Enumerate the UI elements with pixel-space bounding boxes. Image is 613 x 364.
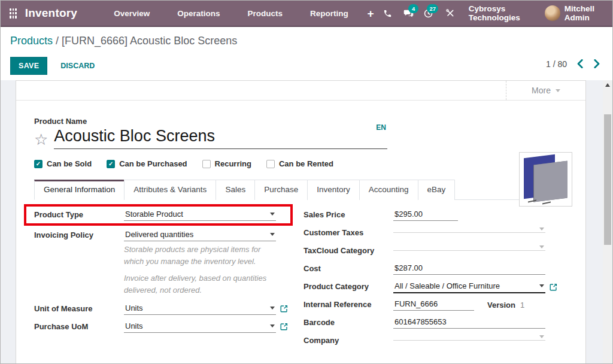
checkbox-icon: [34, 160, 43, 168]
chevron-down-icon: [539, 284, 544, 287]
checkbox-icon: [107, 160, 115, 168]
chevron-down-icon: [270, 324, 275, 327]
control-panel: Products / [FURN_6666] Acoustic Bloc Scr…: [1, 27, 612, 80]
customer-taxes-select[interactable]: [393, 227, 545, 233]
messages-badge: 4: [408, 4, 418, 13]
tab-purchase[interactable]: Purchase: [254, 180, 308, 200]
product-name-value: Acoustic Bloc Screens: [54, 127, 215, 145]
cost-input[interactable]: $287.00: [393, 263, 545, 275]
barcode-label: Barcode: [304, 317, 393, 327]
chevron-down-icon: [539, 335, 544, 338]
product-category-select[interactable]: All / Saleable / Office Furniture: [393, 281, 545, 293]
version-label: Version: [487, 301, 515, 310]
gray-screen-shape: [534, 161, 568, 202]
invoicing-policy-select[interactable]: Delivered quantities: [124, 229, 276, 241]
product-name-input[interactable]: Acoustic Bloc Screens EN: [54, 127, 387, 149]
apps-grid-icon[interactable]: [10, 8, 17, 19]
scrollbar-thumb[interactable]: [604, 114, 611, 245]
chevron-down-icon: [270, 213, 275, 216]
voip-button[interactable]: [382, 4, 394, 22]
purchase-uom-label: Purchase UoM: [34, 321, 124, 331]
checkbox-can-be-rented[interactable]: Can be Rented: [266, 159, 333, 168]
tab-accounting[interactable]: Accounting: [359, 180, 418, 200]
breadcrumb-current: / [FURN_6666] Acoustic Bloc Screens: [53, 35, 237, 47]
internal-reference-input[interactable]: FURN_6666: [393, 299, 474, 311]
general-info-left-column: Product Type Storable Product Invoicing …: [34, 209, 292, 353]
company-switcher[interactable]: Cybrosys Technologies: [469, 4, 532, 22]
uom-label: Unit of Measure: [34, 303, 124, 313]
company-select[interactable]: [393, 335, 545, 341]
tab-general-information[interactable]: General Information: [34, 180, 125, 200]
messages-button[interactable]: 4: [402, 4, 415, 22]
plus-icon: +: [368, 8, 374, 19]
breadcrumb-products-link[interactable]: Products: [10, 35, 53, 47]
phone-icon: [383, 9, 392, 18]
nav-item-operations[interactable]: Operations: [177, 9, 220, 18]
checkbox-can-be-sold[interactable]: Can be Sold: [34, 159, 92, 168]
screen-foot: [542, 202, 551, 205]
taxcloud-category-select[interactable]: [393, 245, 545, 251]
next-record-button[interactable]: [593, 58, 602, 69]
external-link-icon[interactable]: [550, 283, 557, 291]
general-info-right-column: Sales Price $295.00 Customer Taxes: [304, 209, 558, 353]
more-label: More: [532, 86, 551, 95]
discard-button[interactable]: DISCARD: [56, 57, 99, 74]
activities-badge: 27: [427, 4, 438, 13]
nav-item-overview[interactable]: Overview: [114, 9, 150, 18]
tab-ebay[interactable]: eBay: [418, 180, 456, 200]
form-sheet: Product Name ☆ Acoustic Bloc Screens EN …: [16, 117, 585, 353]
favorite-star-icon[interactable]: ☆: [34, 132, 48, 149]
tab-sales[interactable]: Sales: [216, 180, 255, 200]
pager-count: 1 / 80: [546, 59, 567, 69]
chevron-down-icon: [556, 89, 560, 92]
tools-icon: [445, 8, 455, 18]
help-text-invoice: Invoice after delivery, based on quantit…: [124, 272, 281, 296]
internal-reference-label: Internal Reference: [304, 299, 393, 309]
pager: 1 / 80: [546, 58, 602, 69]
barcode-input[interactable]: 601647855653: [393, 317, 545, 329]
purchase-uom-select[interactable]: Units: [124, 321, 276, 333]
sales-price-input[interactable]: $295.00: [393, 209, 458, 221]
product-image[interactable]: [519, 152, 572, 207]
user-menu[interactable]: Mitchell Admin: [565, 4, 604, 22]
invoicing-policy-label: Invoicing Policy: [34, 229, 124, 239]
quick-create-button[interactable]: +: [365, 4, 377, 22]
cost-label: Cost: [304, 263, 393, 273]
uom-select[interactable]: Units: [124, 303, 276, 315]
translate-language-button[interactable]: EN: [376, 123, 386, 132]
form-tabs: General Information Attributes & Variant…: [34, 180, 568, 200]
checkbox-can-be-purchased[interactable]: Can be Purchased: [107, 159, 187, 168]
chevron-down-icon: [539, 228, 544, 230]
save-button[interactable]: SAVE: [10, 57, 47, 75]
version-value: 1: [520, 301, 524, 310]
app-name[interactable]: Inventory: [25, 7, 77, 20]
product-type-select[interactable]: Storable Product: [124, 209, 276, 221]
vertical-scrollbar[interactable]: [603, 80, 612, 364]
checkbox-recurring[interactable]: Recurring: [202, 159, 251, 168]
external-link-icon[interactable]: [280, 305, 288, 313]
checkbox-icon: [202, 160, 211, 168]
external-link-icon[interactable]: [280, 323, 288, 330]
tab-attributes-variants[interactable]: Attributes & Variants: [124, 180, 216, 200]
customer-taxes-label: Customer Taxes: [304, 227, 393, 237]
chevron-down-icon: [270, 307, 275, 310]
chevron-left-icon: [576, 59, 583, 68]
nav-item-reporting[interactable]: Reporting: [310, 9, 348, 18]
taxcloud-category-label: TaxCloud Category: [304, 245, 393, 255]
activities-button[interactable]: 27: [422, 4, 435, 22]
checkbox-icon: [266, 160, 275, 168]
product-category-label: Product Category: [304, 281, 393, 291]
content-area: More Product Name ☆ Acoustic Bloc Screen…: [1, 80, 612, 364]
previous-record-button[interactable]: [575, 58, 584, 69]
breadcrumb: Products / [FURN_6666] Acoustic Bloc Scr…: [10, 35, 237, 47]
scroll-up-arrow-icon[interactable]: [605, 83, 610, 87]
help-text-storable: Storable products are physical items for…: [124, 244, 281, 268]
user-avatar[interactable]: [545, 5, 560, 21]
sales-price-label: Sales Price: [304, 209, 393, 219]
product-form-card: More Product Name ☆ Acoustic Bloc Screen…: [16, 80, 586, 364]
debug-tools-button[interactable]: [444, 4, 457, 22]
more-dropdown[interactable]: More: [506, 81, 585, 100]
tab-inventory[interactable]: Inventory: [307, 180, 360, 200]
nav-item-products[interactable]: Products: [247, 9, 283, 18]
form-statusbar: More: [16, 81, 585, 101]
